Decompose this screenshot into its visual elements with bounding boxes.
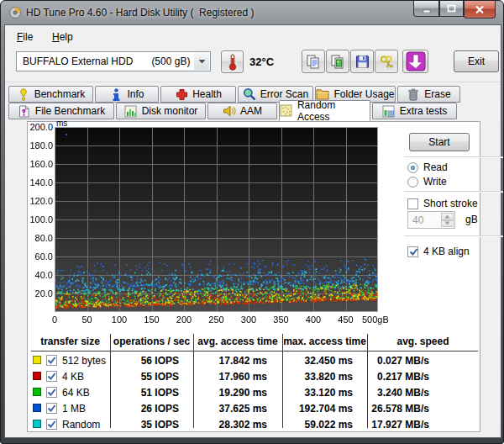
tab-label: Health (192, 88, 222, 100)
save-icon (355, 55, 370, 69)
series-label: 64 KB (62, 387, 90, 399)
close-button[interactable] (464, 1, 496, 18)
speaker-icon (223, 104, 236, 118)
cell-avg-access: 17.960 ms (193, 371, 267, 383)
series-checkbox[interactable] (46, 387, 57, 400)
stroke-size-spinner[interactable]: 40 (407, 211, 455, 229)
magnifier-icon (243, 87, 256, 101)
table-row: 64 KB51 IOPS19.290 ms33.120 ms3.240 MB/s (28, 385, 481, 401)
radio-unselected-icon (407, 177, 418, 188)
download-icon (406, 51, 426, 71)
tab-disk-monitor[interactable]: Disk monitor (116, 103, 206, 119)
cell-operations: 56 IOPS (110, 355, 179, 367)
x-tick-label: 300 (233, 314, 265, 325)
window-title: HD Tune Pro 4.60 - Hard Disk Utility ( R… (26, 7, 254, 18)
menu-file[interactable]: File (12, 29, 38, 45)
tab-label: AAM (240, 105, 262, 117)
stroke-unit-label: gB (465, 214, 478, 225)
divider (404, 191, 504, 193)
series-checkbox[interactable] (46, 403, 57, 416)
tab-benchmark[interactable]: Benchmark (8, 86, 93, 103)
y-tick-label: 140.0 (28, 177, 53, 188)
checkbox-unchecked-icon (407, 198, 418, 209)
read-label: Read (423, 161, 448, 173)
series-checkbox[interactable] (46, 355, 57, 368)
title-bar[interactable]: HD Tune Pro 4.60 - Hard Disk Utility ( R… (1, 1, 504, 24)
minimize-icon (423, 5, 431, 13)
start-button[interactable]: Start (409, 133, 470, 151)
copy-image-button[interactable] (326, 50, 349, 73)
copy-text-icon (306, 54, 321, 69)
stroke-size-value: 40 (412, 214, 423, 226)
health-cross-icon (175, 87, 188, 101)
x-tick-label: 400 (297, 314, 329, 325)
cell-operations: 55 IOPS (110, 371, 179, 383)
keys-icon (379, 55, 395, 69)
bar-chart-icon (124, 104, 138, 118)
x-tick-label: 450 (330, 314, 362, 325)
cell-avg-speed: 26.578 MB/s (367, 403, 429, 415)
cell-max-access: 192.704 ms (282, 403, 353, 415)
drive-capacity: (500 gB) (151, 56, 190, 67)
random-access-page: ms 200.0180.0160.0140.0120.0100.080.060.… (27, 121, 480, 432)
temperature-button[interactable] (221, 50, 244, 73)
exit-button[interactable]: Exit (454, 50, 499, 72)
y-tick-label: 160.0 (28, 159, 53, 169)
copy-text-button[interactable] (302, 50, 325, 73)
access-time-chart (55, 127, 378, 312)
radio-selected-icon (407, 162, 418, 173)
x-tick-label: 200 (168, 314, 200, 325)
tab-extra-tests[interactable]: Extra tests (372, 103, 457, 119)
menu-help[interactable]: Help (47, 29, 78, 45)
tab-file-benchmark[interactable]: File Benchmark (8, 103, 114, 119)
maximize-button[interactable] (439, 1, 464, 17)
table-header-rule (31, 351, 478, 352)
scatter-icon (280, 104, 293, 118)
minimize-button[interactable] (413, 1, 439, 17)
spinner-down-button[interactable] (441, 220, 454, 228)
x-tick-label: 150 (136, 314, 168, 325)
drive-name: BUFFALO External HDD (23, 56, 133, 67)
tab-aam[interactable]: AAM (207, 103, 277, 119)
read-radio[interactable]: Read (407, 161, 448, 173)
save-button[interactable] (350, 50, 374, 73)
cell-max-access: 33.120 ms (282, 387, 353, 399)
tab-info[interactable]: Info (95, 86, 159, 103)
download-button[interactable] (402, 50, 428, 73)
short-stroke-checkbox[interactable]: Short stroke (407, 198, 478, 209)
series-color-swatch (33, 388, 41, 396)
write-radio[interactable]: Write (407, 176, 447, 188)
tab-label: Benchmark (34, 88, 86, 100)
table-row: 4 KB55 IOPS17.960 ms33.820 ms0.217 MB/s (28, 369, 481, 385)
trash-icon (407, 87, 420, 101)
tab-random-access[interactable]: Random Access (279, 100, 370, 121)
y-tick-label: 60.0 (28, 251, 53, 262)
y-tick-label: 20.0 (28, 288, 53, 299)
cell-avg-access: 37.625 ms (193, 403, 267, 415)
cell-operations: 35 IOPS (110, 419, 179, 431)
x-tick-label: 250 (201, 314, 233, 325)
write-label: Write (423, 176, 447, 188)
table-row: 512 bytes56 IOPS17.842 ms32.450 ms0.027 … (28, 353, 481, 369)
tab-health[interactable]: Health (160, 86, 236, 103)
table-header-3: avg. access time (193, 336, 282, 347)
cell-max-access: 33.820 ms (282, 371, 353, 383)
x-tick-label: 100 (103, 314, 135, 325)
y-tick-label: 200.0 (28, 122, 53, 132)
series-label: Random (62, 419, 100, 431)
keys-button[interactable] (375, 50, 398, 73)
tab-label: Info (127, 88, 144, 100)
exit-label: Exit (468, 56, 485, 67)
align-checkbox[interactable]: 4 KB align (407, 246, 470, 257)
app-window: HD Tune Pro 4.60 - Hard Disk Utility ( R… (0, 0, 504, 444)
series-checkbox[interactable] (46, 371, 57, 384)
series-label: 1 MB (62, 403, 86, 415)
series-checkbox[interactable] (46, 419, 57, 432)
tab-erase[interactable]: Erase (397, 86, 460, 103)
spinner-up-button[interactable] (441, 213, 454, 220)
series-label: 4 KB (62, 371, 84, 383)
series-color-swatch (33, 372, 41, 380)
x-tick-label: 350 (265, 314, 297, 325)
drive-dropdown[interactable]: BUFFALO External HDD (500 gB) (16, 51, 211, 71)
cell-avg-speed: 0.217 MB/s (367, 371, 429, 383)
